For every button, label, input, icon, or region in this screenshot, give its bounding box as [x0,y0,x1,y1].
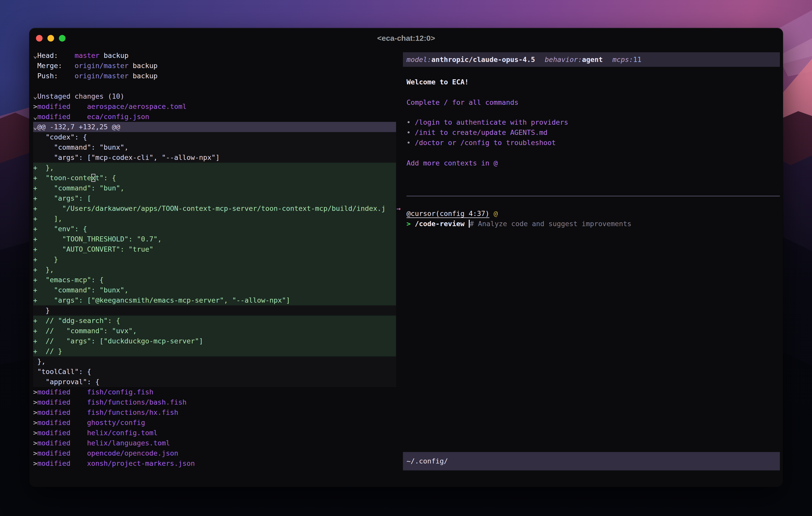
model-value: anthropic/claude-opus-4.5 [432,56,535,63]
model-key: model: [407,56,432,63]
context-chip[interactable]: @cursor(config 4:37) [407,210,489,217]
behavior-indicator[interactable]: behavior:agent [545,56,603,63]
collapse-arrow-icon: > [33,439,37,447]
working-directory: ~/.config/ [407,457,448,465]
diff-added-line[interactable]: + }, [33,265,396,275]
model-indicator[interactable]: model:anthropic/claude-opus-4.5 [407,56,535,63]
diff-added-line[interactable]: + "command": "bun", [33,183,396,193]
file-entry[interactable]: >modified xonsh/project-markers.json [33,458,396,468]
section-header[interactable]: ⌄Unstaged changes (10) [33,91,396,101]
diff-context-line[interactable]: "args": ["mcp-codex-cli", "--allow-npx"] [33,152,396,163]
file-entry[interactable]: ⌄modified eca/config.json [33,112,396,122]
diff-added-line[interactable]: + } [33,254,396,265]
diff-text: + "command": "bun", [33,184,124,192]
minimize-button[interactable] [48,35,54,41]
diff-added-line[interactable]: + // } [33,346,396,356]
diff-added-line[interactable]: + "command": "bunx", [33,285,396,295]
file-status-path: modified eca/config.json [37,113,149,121]
mcps-value: 11 [633,56,642,63]
diff-text: + "args": ["@keegancsmith/emacs-mcp-serv… [33,296,290,304]
diff-context-line[interactable]: "codex": { [33,132,396,142]
chat-header: model:anthropic/claude-opus-4.5 behavior… [403,52,780,67]
contexts-hint: Add more contexts in @ [407,158,780,168]
diff-text: + // "ddg-search": { [33,316,120,325]
window-titlebar[interactable]: <eca-chat:12:0> [29,28,783,49]
behavior-key: behavior: [545,56,582,63]
diff-context-line[interactable]: }, [33,356,396,367]
diff-text: + "env": { [33,225,87,233]
diff-added-line[interactable]: + "/Users/darkawower/apps/TOON-context-m… [33,204,396,214]
diff-text: } [33,306,50,314]
collapse-arrow-icon [33,72,37,80]
traffic-lights [36,28,65,49]
add-context-button[interactable]: @ [493,210,498,217]
branch-rest: backup [99,52,128,59]
diff-context-line[interactable]: "command": "bunx", [33,142,396,152]
diff-added-line[interactable]: + "AUTO_CONVERT": "true" [33,244,396,254]
prompt-input[interactable]: > /code-review # Analyze code and sugges… [407,219,780,229]
diff-context-line[interactable]: "approval": { [33,377,396,387]
branch-line[interactable]: ⌄Head: master backup [33,51,396,61]
bullet-text: /login to authenticate with providers [415,118,568,126]
collapse-arrow-icon: > [33,459,37,467]
file-entry[interactable]: >modified ghostty/config [33,418,396,428]
eca-chat-pane[interactable]: model:anthropic/claude-opus-4.5 behavior… [403,49,780,487]
file-entry[interactable]: >modified fish/functions/bash.fish [33,397,396,407]
branch-ref: origin/master [75,62,128,70]
collapse-arrow-icon: > [33,449,37,457]
branch-line[interactable]: Merge: origin/master backup [33,61,396,71]
diff-text: + }, [33,164,54,172]
diff-added-line[interactable]: + // "ddg-search": { [33,315,396,326]
file-entry[interactable]: >modified helix/config.toml [33,428,396,438]
diff-added-line[interactable]: + "emacs-mcp": { [33,275,396,285]
file-status-path: modified fish/functions/hx.fish [37,408,178,416]
bullet-icon: • [407,128,415,136]
zoom-button[interactable] [59,35,65,41]
diff-text: "toolCall": { [33,368,91,375]
diff-context-line[interactable]: "toolCall": { [33,367,396,377]
window-title: <eca-chat:12:0> [29,34,783,42]
diff-added-line[interactable]: + "toon-context": { [33,173,396,183]
commands-hint: Complete / for all commands [407,97,780,108]
diff-text: "approval": { [33,378,99,386]
command-bullet: • /doctor or /config to troubleshoot [407,138,780,148]
collapse-arrow-icon: > [33,398,37,406]
file-entry[interactable]: >modified fish/config.fish [33,387,396,397]
diff-added-line[interactable]: + "args": ["@keegancsmith/emacs-mcp-serv… [33,295,396,305]
diff-added-line[interactable]: + // "args": ["duckduckgo-mcp-server"] [33,336,396,346]
close-button[interactable] [36,35,42,41]
editor-cursor: x [91,174,95,182]
diff-text: }, [33,358,46,365]
bullet-text: /init to create/update AGENTS.md [415,128,548,136]
diff-text: + // } [33,347,62,355]
branch-line[interactable]: Push: origin/master backup [33,71,396,81]
file-status-path: modified aerospace/aerospace.toml [37,102,186,111]
bullet-icon: • [407,139,415,147]
context-row: @cursor(config 4:37) @ [407,209,780,219]
file-entry[interactable]: >modified helix/languages.toml [33,438,396,448]
section-title: Unstaged changes (10) [37,92,124,100]
diff-added-line[interactable]: + // "command": "uvx", [33,326,396,336]
prompt-divider [407,196,780,196]
window-content: ⌄Head: master backup Merge: origin/maste… [29,49,783,487]
diff-added-line[interactable]: + ], [33,214,396,224]
collapse-arrow-icon: > [33,388,37,396]
file-status-path: modified ghostty/config [37,419,145,426]
file-entry[interactable]: >modified opencode/opencode.json [33,448,396,458]
prompt-caret: > [407,220,415,227]
collapse-arrow-icon: > [33,429,37,437]
hunk-header[interactable]: ⌄@@ -132,7 +132,25 @@ [33,122,396,132]
diff-added-line[interactable]: + "env": { [33,224,396,234]
diff-added-line[interactable]: + "TOON_THRESHOLD": "0.7", [33,234,396,244]
file-status-path: modified fish/functions/bash.fish [37,398,186,406]
welcome-message: Welcome to ECA! [407,77,780,87]
diff-added-line[interactable]: + "args": [ [33,193,396,204]
mcps-indicator[interactable]: mcps:11 [613,56,642,63]
file-entry[interactable]: >modified fish/functions/hx.fish [33,407,396,418]
diff-added-line[interactable]: + }, [33,163,396,173]
diff-context-line[interactable]: } [33,305,396,315]
file-entry[interactable]: >modified aerospace/aerospace.toml [33,101,396,112]
magit-buffer: ⌄Head: master backup Merge: origin/maste… [33,51,403,468]
magit-status-pane[interactable]: ⌄Head: master backup Merge: origin/maste… [29,49,403,487]
terminal-window: <eca-chat:12:0> ⌄Head: master backup Mer… [29,28,783,487]
